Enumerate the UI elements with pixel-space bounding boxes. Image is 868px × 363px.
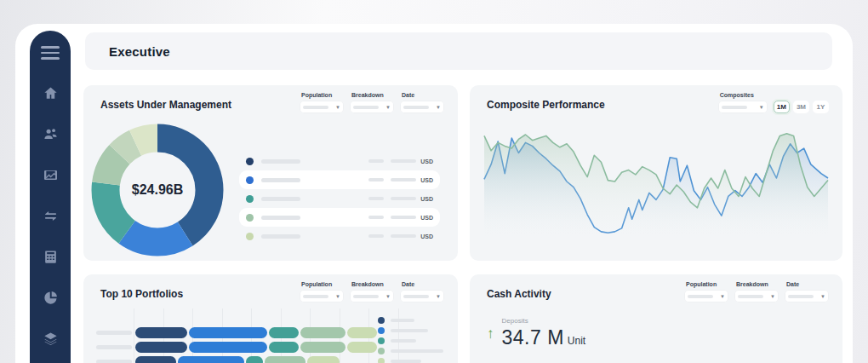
legend-value-placeholder <box>391 197 416 200</box>
deposits-value: 34.7 M <box>502 326 564 349</box>
population-select[interactable]: ▼ <box>300 101 344 113</box>
legend-dot <box>378 317 385 324</box>
chevron-down-icon: ▼ <box>335 294 340 299</box>
layers-icon <box>43 331 59 350</box>
legend-label-placeholder <box>391 329 428 332</box>
sidebar-item-analytics[interactable] <box>40 290 60 309</box>
filter-label: Date <box>400 92 444 98</box>
card-composite-performance: Composite Performance Composites ▼ 1M 3M… <box>470 85 842 261</box>
range-1m-button[interactable]: 1M <box>774 101 790 113</box>
select-placeholder <box>303 295 328 298</box>
aum-legend-row: USD <box>239 152 440 170</box>
breakdown-select[interactable]: ▼ <box>350 290 394 302</box>
chevron-down-icon: ▼ <box>820 294 825 299</box>
filters: Population▼Breakdown▼Date▼ <box>300 281 444 302</box>
legend-dot <box>246 214 254 222</box>
sidebar-item-home[interactable] <box>40 85 60 105</box>
aum-total-value: $24.96B <box>91 124 224 256</box>
filter-label: Population <box>300 92 344 98</box>
breakdown-select[interactable]: ▼ <box>734 290 779 302</box>
filter-label: Composites <box>718 92 768 98</box>
chevron-down-icon: ▼ <box>385 105 391 110</box>
date-select[interactable]: ▼ <box>400 290 444 302</box>
aum-legend-row: USD <box>239 189 440 208</box>
top10-legend-item <box>378 315 443 326</box>
range-3m-button[interactable]: 3M <box>793 101 809 113</box>
select-placeholder <box>738 295 763 298</box>
page-header: Executive <box>85 32 832 70</box>
top10-row <box>96 356 340 363</box>
legend-label-placeholder <box>391 349 443 353</box>
legend-label-placeholder <box>391 319 414 322</box>
select-placeholder <box>403 106 429 109</box>
currency-label: USD <box>420 233 433 239</box>
chevron-down-icon: ▼ <box>720 294 725 299</box>
currency-label: USD <box>420 158 433 164</box>
chevron-down-icon: ▼ <box>759 105 764 110</box>
top10-legend-item <box>378 326 443 336</box>
select-placeholder <box>353 106 379 109</box>
filters: Population▼Breakdown▼Date▼ <box>684 281 829 302</box>
legend-dot <box>246 233 254 240</box>
sidebar-item-layers[interactable] <box>40 331 60 350</box>
currency-label: USD <box>420 215 433 221</box>
transfer-arrows-icon <box>43 208 59 228</box>
legend-value-placeholder <box>368 178 384 182</box>
select-placeholder <box>722 106 747 109</box>
range-1y-button[interactable]: 1Y <box>813 101 829 113</box>
legend-dot <box>378 348 385 354</box>
bar-segment-4 <box>347 342 377 353</box>
card-title: Cash Activity <box>487 288 551 300</box>
bar-segment-3 <box>265 356 306 363</box>
currency-label: USD <box>420 196 433 202</box>
filter-population: Population▼ <box>684 281 728 302</box>
legend-value-placeholder <box>391 216 416 219</box>
sidebar-item-portfolio[interactable] <box>40 167 60 187</box>
legend-value-placeholder <box>368 159 384 163</box>
select-placeholder <box>688 295 713 298</box>
legend-label-placeholder <box>261 159 300 164</box>
filter-label: Breakdown <box>350 281 394 287</box>
filter-label: Date <box>785 281 829 287</box>
bar-segment-0 <box>135 356 176 363</box>
filter-breakdown: Breakdown▼ <box>350 92 394 113</box>
card-title: Top 10 Portfolios <box>100 288 183 300</box>
date-select[interactable]: ▼ <box>400 101 444 113</box>
deposits-kpi: ↑ Deposits 34.7 M Unit <box>487 317 585 349</box>
bar-segment-3 <box>300 342 345 353</box>
deposits-label: Deposits <box>502 317 586 325</box>
bar-segment-2 <box>269 327 299 338</box>
arrow-up-icon: ↑ <box>487 326 494 349</box>
composite-performance-chart <box>482 124 831 253</box>
deposits-unit: Unit <box>568 335 585 347</box>
row-label-placeholder <box>96 345 132 349</box>
menu-icon[interactable] <box>41 46 60 60</box>
aum-legend-row: USD <box>239 227 440 245</box>
chart-frame-icon <box>43 167 59 187</box>
composite-green-area <box>484 134 828 253</box>
currency-label: USD <box>420 177 433 183</box>
card-assets-under-management: Assets Under Management Population▼Break… <box>83 85 458 261</box>
home-icon <box>43 85 59 105</box>
population-select[interactable]: ▼ <box>684 290 728 302</box>
composites-select[interactable]: ▼ <box>718 101 768 113</box>
legend-label-placeholder <box>391 339 416 343</box>
bar-segment-4 <box>307 356 340 363</box>
top10-legend-item <box>378 346 443 356</box>
breakdown-select[interactable]: ▼ <box>350 101 394 113</box>
pie-chart-icon <box>43 290 59 309</box>
bar-segment-2 <box>246 356 263 363</box>
filter-composites: Composites ▼ <box>718 92 768 113</box>
select-placeholder <box>303 106 328 109</box>
filter-breakdown: Breakdown▼ <box>350 281 394 302</box>
legend-value-placeholder <box>391 234 416 238</box>
sidebar-item-transfers[interactable] <box>40 208 60 228</box>
top10-legend <box>378 315 443 363</box>
chevron-down-icon: ▼ <box>436 105 441 110</box>
card-top10-portfolios: Top 10 Portfolios Population▼Breakdown▼D… <box>83 274 458 363</box>
date-select[interactable]: ▼ <box>785 290 829 302</box>
sidebar-item-calculator[interactable] <box>40 249 60 268</box>
population-select[interactable]: ▼ <box>300 290 344 302</box>
sidebar-item-clients[interactable] <box>40 126 60 146</box>
filter-population: Population▼ <box>300 92 344 113</box>
